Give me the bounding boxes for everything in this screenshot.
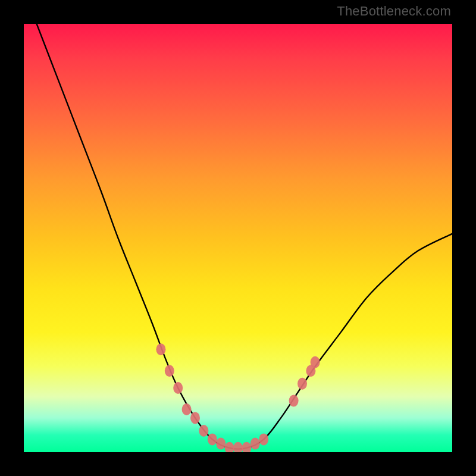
curve-marker bbox=[216, 438, 226, 450]
curve-marker bbox=[190, 412, 200, 424]
curve-marker bbox=[259, 433, 268, 445]
chart-plot-area bbox=[24, 24, 452, 452]
curve-marker bbox=[208, 433, 217, 445]
curve-marker bbox=[225, 442, 234, 452]
curve-marker bbox=[311, 356, 320, 368]
bottleneck-curve bbox=[37, 24, 452, 449]
curve-marker bbox=[199, 425, 208, 437]
curve-marker bbox=[233, 442, 243, 452]
chart-svg bbox=[24, 24, 452, 452]
curve-marker bbox=[182, 403, 192, 415]
curve-marker bbox=[242, 442, 251, 452]
marker-group bbox=[156, 343, 320, 452]
curve-marker bbox=[165, 365, 174, 377]
curve-marker bbox=[250, 438, 260, 450]
curve-marker bbox=[173, 382, 183, 394]
curve-marker bbox=[298, 378, 307, 390]
watermark-label: TheBottleneck.com bbox=[337, 4, 451, 19]
curve-marker bbox=[156, 343, 165, 355]
chart-frame: TheBottleneck.com bbox=[0, 0, 476, 476]
curve-marker bbox=[289, 395, 299, 407]
